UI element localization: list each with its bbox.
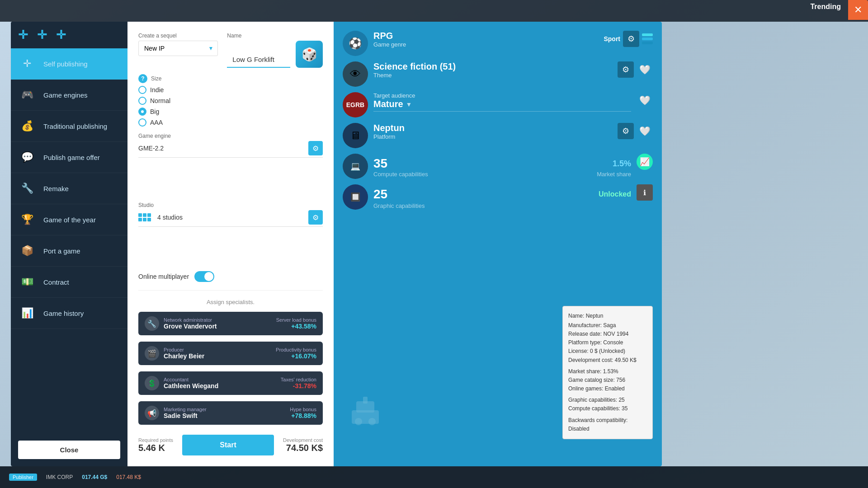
size-help-icon[interactable]: ? bbox=[138, 74, 147, 83]
producer-icon: 🎬 bbox=[145, 346, 159, 361]
sidebar-item-game-history[interactable]: 📊 Game history bbox=[11, 298, 127, 329]
specialist-network-admin[interactable]: 🔧 Network administrator Grove Vandervort… bbox=[138, 312, 323, 335]
specialist-producer[interactable]: 🎬 Producer Charley Beier Productivity bo… bbox=[138, 342, 323, 365]
specialist-marketing-manager[interactable]: 📢 Marketing manager Sadie Swift Hype bon… bbox=[138, 401, 323, 425]
sidebar-item-contract[interactable]: 💵 Contract bbox=[11, 267, 127, 298]
graphic-icon: 🔲 bbox=[343, 184, 368, 210]
game-history-icon: 📊 bbox=[18, 304, 36, 322]
genre-settings-icon[interactable]: ⚙ bbox=[623, 31, 639, 47]
add-icon-2[interactable]: ✛ bbox=[37, 28, 47, 42]
tooltip-graphic-cap: Graphic capabilities: 25 bbox=[568, 396, 647, 404]
size-section: ? Size Indie Normal Big AAA bbox=[138, 74, 323, 127]
sidebar-item-game-engines[interactable]: 🎮 Game engines bbox=[11, 80, 127, 111]
sidebar-item-game-of-the-year[interactable]: 🏆 Game of the year bbox=[11, 204, 127, 235]
toggle-knob bbox=[204, 272, 213, 281]
bottom-bar: Publisher IMK CORP 017.44 G$ 017.48 K$ bbox=[0, 466, 868, 488]
graphic-info: 25 Unlocked Graphic capabilities bbox=[373, 184, 631, 210]
add-icon-3[interactable]: ✛ bbox=[56, 28, 66, 42]
graphic-info-icon[interactable]: ℹ bbox=[637, 184, 653, 201]
sidebar-item-label-publish-game-offer: Publish game offer bbox=[43, 154, 100, 161]
sequel-select[interactable]: New IP bbox=[138, 41, 218, 56]
size-aaa-label: AAA bbox=[150, 119, 163, 126]
content-area: Create a sequel New IP ▼ Name 🎲 bbox=[127, 22, 662, 466]
graphic-value: 25 bbox=[373, 187, 387, 202]
marketing-role: Marketing manager bbox=[164, 407, 207, 412]
size-aaa-radio[interactable] bbox=[138, 118, 146, 127]
compute-icon: 💻 bbox=[343, 154, 368, 179]
bottom-publisher: Publisher bbox=[9, 474, 37, 481]
game-of-the-year-icon: 🏆 bbox=[18, 211, 36, 229]
online-multiplayer-toggle[interactable] bbox=[194, 271, 214, 282]
platform-label: Neptun bbox=[373, 123, 405, 133]
tooltip-name: Name: Neptun bbox=[568, 312, 647, 320]
name-input[interactable] bbox=[227, 52, 290, 68]
specialist-marketing-left: 📢 Marketing manager Sadie Swift bbox=[145, 406, 207, 420]
platform-heart-icon[interactable]: 🤍 bbox=[637, 123, 653, 139]
theme-row: 👁 Science fiction (51) Theme ⚙ 🤍 bbox=[343, 61, 653, 87]
sidebar-item-label-game-history: Game history bbox=[43, 310, 84, 317]
producer-name: Charley Beier bbox=[164, 352, 204, 360]
theme-info: Science fiction (51) Theme bbox=[373, 61, 456, 79]
platform-settings-icon[interactable]: ⚙ bbox=[618, 123, 634, 139]
sidebar-item-publish-game-offer[interactable]: 💬 Publish game offer bbox=[11, 142, 127, 173]
g3 bbox=[147, 213, 151, 217]
studio-group: Studio 4 studios ⚙ bbox=[138, 202, 323, 265]
add-icon-1[interactable]: ✛ bbox=[18, 28, 28, 42]
producer-bonus: Productivity bonus +16.07% bbox=[276, 347, 316, 360]
sidebar-item-self-publishing[interactable]: ✛ Self publishing bbox=[11, 48, 127, 80]
studio-label: Studio bbox=[138, 202, 323, 208]
audience-heart-icon[interactable]: 🤍 bbox=[637, 92, 653, 108]
marketing-name: Sadie Swift bbox=[164, 412, 207, 419]
sidebar-item-port-a-game[interactable]: 📦 Port a game bbox=[11, 235, 127, 267]
sidebar-item-label-port-a-game: Port a game bbox=[43, 247, 80, 255]
size-normal-radio[interactable] bbox=[138, 97, 146, 105]
studio-settings-icon[interactable]: ⚙ bbox=[308, 210, 323, 225]
game-engine-settings-icon[interactable]: ⚙ bbox=[308, 141, 323, 155]
sidebar-item-label-self-publishing: Self publishing bbox=[43, 60, 88, 68]
sidebar-item-label-contract: Contract bbox=[43, 278, 69, 286]
bottom-stat-2: 017.48 K$ bbox=[116, 474, 141, 480]
remake-icon: 🔧 bbox=[18, 179, 36, 197]
network-admin-role: Network administrator bbox=[164, 317, 217, 323]
specialist-accountant[interactable]: 💲 Accountant Cathleen Wiegand Taxes' red… bbox=[138, 371, 323, 395]
dev-cost-label: Development cost bbox=[283, 437, 323, 443]
network-admin-name: Grove Vandervort bbox=[164, 323, 217, 330]
close-button[interactable]: Close bbox=[18, 441, 120, 459]
bottom-value-2: 017.48 K$ bbox=[116, 474, 141, 480]
start-button[interactable]: Start bbox=[182, 435, 274, 455]
sidebar-item-label-game-engines: Game engines bbox=[43, 91, 88, 99]
port-a-game-icon: 📦 bbox=[18, 242, 36, 260]
tooltip-manufacturer: Manufacturer: Saga bbox=[568, 321, 647, 330]
g4 bbox=[138, 218, 142, 221]
theme-sublabel: Theme bbox=[373, 72, 456, 79]
size-indie-label: Indie bbox=[150, 86, 164, 94]
g1 bbox=[138, 213, 142, 217]
close-x-button[interactable]: ✕ bbox=[848, 0, 868, 20]
size-big[interactable]: Big bbox=[138, 108, 323, 116]
theme-settings-icon[interactable]: ⚙ bbox=[618, 61, 634, 78]
size-indie-radio[interactable] bbox=[138, 86, 146, 94]
producer-role: Producer bbox=[164, 347, 204, 352]
size-normal-label: Normal bbox=[150, 97, 170, 104]
theme-heart-icon[interactable]: 🤍 bbox=[637, 61, 653, 78]
game-engine-input[interactable] bbox=[138, 145, 305, 152]
size-indie[interactable]: Indie bbox=[138, 86, 323, 94]
audience-dropdown-icon[interactable]: ▼ bbox=[406, 101, 412, 108]
platform-info: Neptun Platform bbox=[373, 123, 405, 140]
right-panel: ⚽ RPG Game genre Sport ⚙ 👁 bbox=[334, 22, 662, 466]
compute-info: 35 1.5% Compute capabilities Market shar… bbox=[373, 154, 631, 178]
game-engine-label: Game engine bbox=[138, 133, 323, 139]
size-big-radio[interactable] bbox=[138, 108, 146, 116]
sidebar-item-remake[interactable]: 🔧 Remake bbox=[11, 173, 127, 204]
sidebar: ✛ ✛ ✛ ✛ Self publishing 🎮 Game engines 💰… bbox=[11, 22, 127, 466]
tooltip-release-date: Release date: NOV 1994 bbox=[568, 330, 647, 338]
size-aaa[interactable]: AAA bbox=[138, 118, 323, 127]
graphic-status: Unlocked bbox=[599, 190, 631, 198]
sidebar-item-traditional-publishing[interactable]: 💰 Traditional publishing bbox=[11, 111, 127, 142]
marketing-info: Marketing manager Sadie Swift bbox=[164, 407, 207, 419]
required-points-label: Required points bbox=[138, 437, 173, 443]
compute-row: 💻 35 1.5% Compute capabilities Market sh… bbox=[343, 154, 653, 179]
producer-info: Producer Charley Beier bbox=[164, 347, 204, 360]
required-points-value: 5.46 K bbox=[138, 443, 173, 453]
size-normal[interactable]: Normal bbox=[138, 97, 323, 105]
